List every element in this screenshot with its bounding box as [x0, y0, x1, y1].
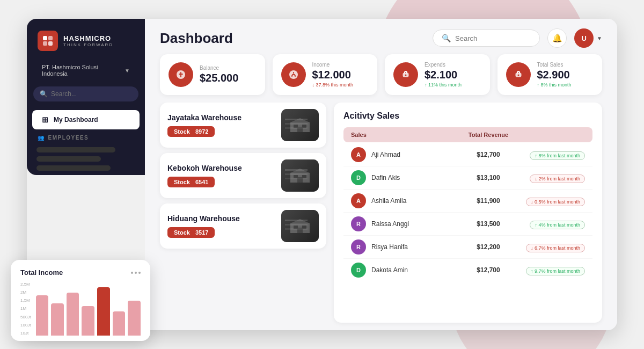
- warehouse-card-0[interactable]: Jayataka Warehouse Stock 8972: [160, 103, 326, 148]
- svg-rect-23: [294, 226, 298, 229]
- logo-icon: [38, 31, 58, 51]
- col-header-change: [515, 132, 585, 138]
- bell-icon: 🔔: [552, 33, 562, 43]
- chart-bar-6: [128, 301, 141, 336]
- stat-change-3: ↑ 8% this month: [537, 82, 572, 88]
- activity-revenue-3: $13,500: [462, 220, 515, 228]
- sidebar-nav-bars: [27, 143, 145, 175]
- stat-card-2[interactable]: Expends $2.100 ↑ 11% this month: [385, 54, 490, 95]
- page-title: Dashboard: [160, 30, 233, 47]
- search-icon: 🔍: [442, 34, 451, 42]
- chart-bar-4: [97, 287, 110, 336]
- salesperson-name-5: Dakota Amin: [371, 266, 408, 274]
- activity-row-0[interactable]: A Aji Ahmad $12,700 ↑ 8% from last month: [343, 143, 592, 166]
- section-label: EMPLOYEES: [48, 135, 89, 141]
- activity-row-5[interactable]: D Dakota Amin $12,700 ↑ 9.7% from last m…: [343, 259, 592, 281]
- activity-change-1: ↓ 2% from last month: [515, 173, 585, 183]
- stat-card-0[interactable]: Balance $25.000: [160, 54, 265, 95]
- change-badge-1: ↓ 2% from last month: [530, 174, 585, 183]
- activity-change-0: ↑ 8% from last month: [515, 150, 585, 160]
- activity-row-3[interactable]: R Raissa Anggi $13,500 ↑ 4% from last mo…: [343, 213, 592, 236]
- income-card-header: Total Income: [20, 268, 141, 277]
- income-card-title: Total Income: [20, 268, 63, 277]
- stat-card-1[interactable]: Income $12.000 ↓ 37.8% this month: [273, 54, 378, 95]
- svg-rect-24: [302, 226, 306, 229]
- stock-value-1: 6541: [195, 179, 208, 185]
- search-input[interactable]: [455, 34, 531, 42]
- activity-revenue-1: $13,100: [462, 174, 515, 181]
- avatar[interactable]: U: [574, 28, 594, 48]
- salesperson-name-2: Ashila Amila: [371, 197, 406, 205]
- activity-table-body: A Aji Ahmad $12,700 ↑ 8% from last month…: [343, 143, 592, 281]
- y-label-1: 2M: [20, 290, 31, 295]
- activity-row-1[interactable]: D Dafin Akis $13,100 ↓ 2% from last mont…: [343, 166, 592, 190]
- sidebar-search-icon: 🔍: [40, 90, 48, 98]
- y-label-2: 1,5M: [20, 298, 31, 303]
- activity-title: Acitivty Sales: [343, 111, 592, 121]
- svg-point-9: [517, 75, 519, 76]
- svg-rect-1: [48, 36, 53, 40]
- activity-row-4[interactable]: R Risya Hanifa $12,200 ↓ 6.7% from last …: [343, 236, 592, 259]
- salesperson-name-0: Aji Ahmad: [371, 151, 400, 158]
- activity-revenue-4: $12,200: [462, 243, 515, 251]
- activity-sales-0: A Aji Ahmad: [351, 147, 462, 162]
- change-badge-5: ↑ 9.7% from last month: [526, 267, 585, 275]
- activity-sales-1: D Dafin Akis: [351, 170, 462, 185]
- main-content: Dashboard 🔍 🔔 U ▼: [145, 19, 617, 330]
- change-badge-2: ↓ 0.5% from last month: [526, 198, 585, 206]
- svg-marker-16: [290, 169, 310, 173]
- warehouse-name-1: Kebokoh Warehouse: [167, 164, 242, 172]
- stat-change-1: ↓ 37.8% this month: [312, 82, 354, 88]
- warehouse-img-inner-1: [281, 159, 319, 192]
- nav-bar-3[interactable]: [36, 165, 111, 171]
- nav-bar-2[interactable]: [36, 156, 101, 162]
- stat-value-3: $2.900: [537, 69, 572, 81]
- warehouse-card-1[interactable]: Kebokoh Warehouse Stock 6541: [160, 153, 326, 198]
- activity-revenue-2: $11,900: [462, 197, 515, 205]
- svg-rect-3: [48, 41, 53, 46]
- sidebar-item-label: My Dashboard: [54, 116, 98, 123]
- y-label-6: 10Jt: [20, 331, 31, 336]
- dot-2: [135, 272, 137, 274]
- user-menu[interactable]: U ▼: [574, 28, 602, 48]
- stat-icon-0: [169, 62, 193, 87]
- stat-value-2: $2.100: [425, 69, 462, 81]
- income-more-button[interactable]: [131, 272, 141, 274]
- warehouse-img-inner-2: [281, 210, 319, 242]
- svg-marker-21: [290, 219, 310, 223]
- activity-avatar-0: A: [351, 147, 366, 162]
- stat-icon-3: [506, 62, 531, 87]
- company-chevron-icon: ▼: [125, 68, 130, 74]
- svg-point-7: [405, 75, 407, 76]
- warehouse-column: Jayataka Warehouse Stock 8972 Kebokoh Wa…: [160, 103, 326, 323]
- sidebar-item-dashboard[interactable]: ⊞ My Dashboard: [32, 110, 140, 129]
- activity-avatar-4: R: [351, 239, 366, 255]
- notification-bell-button[interactable]: 🔔: [547, 28, 567, 48]
- warehouse-card-2[interactable]: Hiduang Warehouse Stock 3517: [160, 203, 326, 249]
- stat-label-3: Total Sales: [537, 62, 572, 68]
- stock-badge-0: Stock 8972: [167, 126, 215, 137]
- company-selector[interactable]: PT. Hashmicro Solusi Indonesia ▼: [32, 60, 140, 81]
- activity-table-header: Sales Total Revenue: [343, 127, 592, 142]
- sidebar-search-input[interactable]: [51, 90, 132, 98]
- activity-row-2[interactable]: A Ashila Amila $11,900 ↓ 0.5% from last …: [343, 190, 592, 213]
- bars-container: [36, 282, 141, 336]
- stat-card-3[interactable]: Total Sales $2.900 ↑ 8% this month: [497, 54, 603, 95]
- avatar-chevron-icon: ▼: [597, 35, 602, 41]
- stat-icon-1: [281, 62, 306, 87]
- stock-badge-2: Stock 3517: [167, 227, 215, 238]
- activity-sales-2: A Ashila Amila: [351, 193, 462, 208]
- warehouse-image-1: [281, 159, 319, 192]
- chart-bar-5: [113, 311, 126, 336]
- activity-avatar-2: A: [351, 193, 366, 208]
- header: Dashboard 🔍 🔔 U ▼: [145, 19, 617, 54]
- stat-icon-2: [393, 62, 418, 87]
- nav-bar-1[interactable]: [36, 147, 115, 152]
- warehouse-info-2: Hiduang Warehouse Stock 3517: [167, 214, 240, 238]
- stock-value-0: 8972: [195, 128, 208, 135]
- chart-bar-0: [36, 295, 49, 336]
- col-header-revenue: Total Revenue: [462, 132, 515, 138]
- activity-change-3: ↑ 4% from last month: [515, 219, 585, 229]
- salesperson-name-4: Risya Hanifa: [371, 243, 408, 251]
- activity-revenue-0: $12,700: [462, 151, 515, 158]
